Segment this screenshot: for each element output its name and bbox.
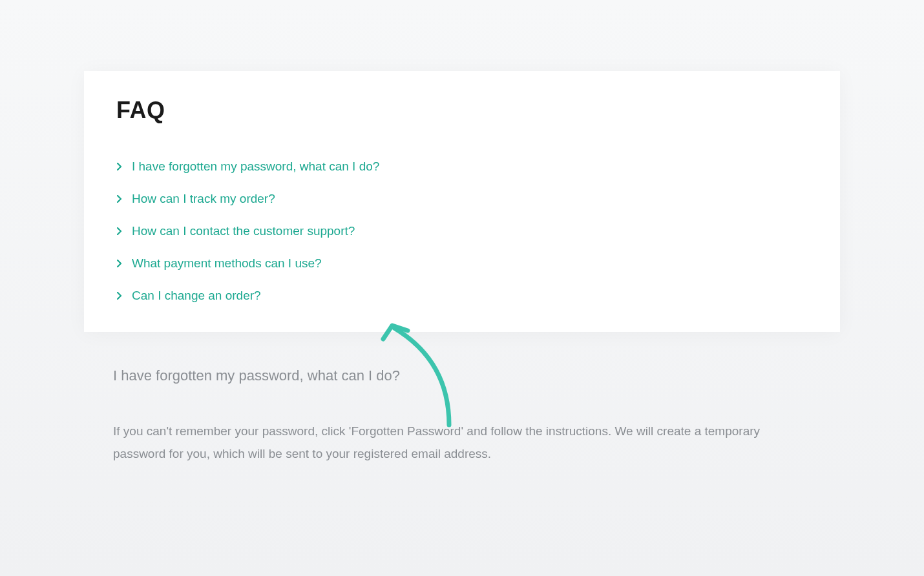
answer-title: I have forgotten my password, what can I… (113, 367, 811, 384)
answer-body: If you can't remember your password, cli… (113, 420, 811, 465)
faq-question-label: How can I contact the customer support? (132, 224, 355, 238)
faq-question-label: I have forgotten my password, what can I… (132, 159, 379, 174)
faq-question-label: What payment methods can I use? (132, 256, 322, 271)
chevron-right-icon (116, 292, 123, 300)
chevron-right-icon (116, 260, 123, 267)
faq-item-track-order[interactable]: How can I track my order? (116, 192, 808, 206)
faq-question-label: Can I change an order? (132, 289, 261, 303)
faq-item-change-order[interactable]: Can I change an order? (116, 289, 808, 303)
faq-heading: FAQ (116, 97, 808, 124)
faq-question-label: How can I track my order? (132, 192, 275, 206)
chevron-right-icon (116, 227, 123, 235)
page-container: FAQ I have forgotten my password, what c… (0, 71, 924, 465)
chevron-right-icon (116, 195, 123, 203)
faq-item-contact-support[interactable]: How can I contact the customer support? (116, 224, 808, 238)
chevron-right-icon (116, 163, 123, 170)
faq-list: I have forgotten my password, what can I… (116, 159, 808, 303)
faq-card: FAQ I have forgotten my password, what c… (84, 71, 840, 332)
faq-item-payment-methods[interactable]: What payment methods can I use? (116, 256, 808, 271)
answer-section: I have forgotten my password, what can I… (113, 367, 811, 465)
faq-item-password[interactable]: I have forgotten my password, what can I… (116, 159, 808, 174)
